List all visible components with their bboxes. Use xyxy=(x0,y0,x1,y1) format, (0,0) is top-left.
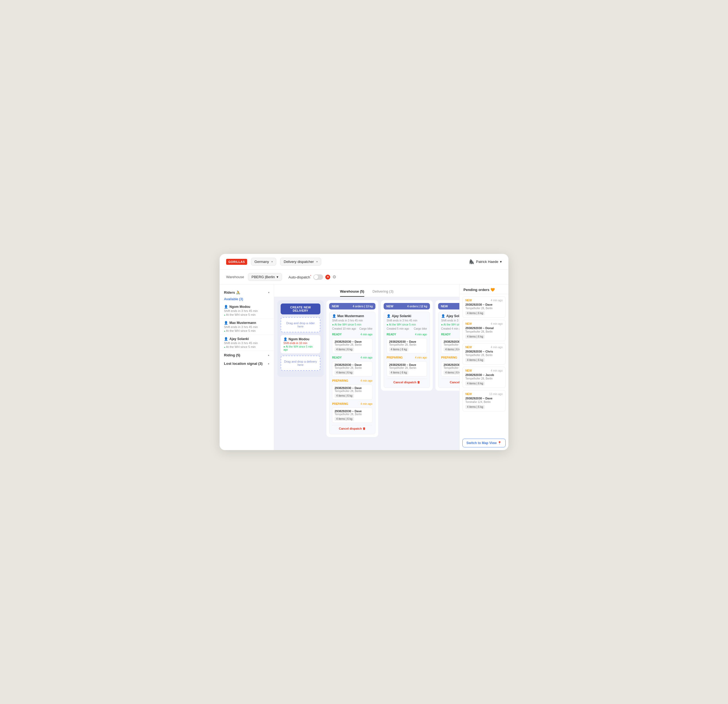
lost-signal-section[interactable]: Lost location signal (3) ▸ xyxy=(220,359,274,368)
order-addr-2-1: Tempelhofer 28, Berlin xyxy=(443,366,459,369)
pending-card-2[interactable]: NEW 4 min ago 2938292030 – Chris Tempelh… xyxy=(462,343,506,364)
gear-icon[interactable]: ⚙ xyxy=(332,274,336,279)
order-row-0-2[interactable]: 2938292030 – Dave Tempelhofer 28, Berlin… xyxy=(332,385,373,400)
main-layout: Riders 🚴 ▾ Available (3) 👤 Ngom Modou Sh… xyxy=(220,285,508,450)
status-badge-0-3: PREPARING xyxy=(332,402,348,406)
pending-order-id-3: 2938292030 – Jacob xyxy=(465,373,503,377)
warehouse-select[interactable]: PBERG |Berlin ▾ xyxy=(248,273,282,281)
sidebar: Riders 🚴 ▾ Available (3) 👤 Ngom Modou Sh… xyxy=(220,285,274,450)
auto-dispatch-toggle[interactable] xyxy=(313,274,323,280)
card-rider-name-1: 👤 Ajay Solanki xyxy=(387,314,427,318)
rider-item[interactable]: 👤 Ngom Modou Shift ends in 3 hrs 45 min … xyxy=(220,303,274,319)
available-label: Available (3) xyxy=(220,296,274,303)
order-row-0-0[interactable]: 2938292030 – Dave Tempelhofer 28, Berlin… xyxy=(332,338,373,353)
order-addr-1-0: Tempelhofer 28, Berlin xyxy=(389,343,425,346)
card-shift-0: Shift ends in 3 hrs 45 min xyxy=(332,319,373,322)
order-row-0-3[interactable]: 2938292030 – Dave Tempelhofer 28, Berlin… xyxy=(332,408,373,423)
tab-warehouse[interactable]: Warehouse (5) xyxy=(340,287,364,297)
order-addr-2-0: Tempelhofer 28, Berlin xyxy=(443,343,459,346)
cancel-dispatch-2[interactable]: Cancel dispatch xyxy=(441,379,459,386)
riding-section[interactable]: Riding (5) ▸ xyxy=(220,351,274,359)
rider-name-1: 👤 Max Mustermann xyxy=(224,321,269,325)
col-status-1: NEW xyxy=(386,305,393,308)
status-row-2-1: PREPARING 4 min ago xyxy=(441,356,459,360)
pending-time-4: 13 min ago xyxy=(489,393,503,396)
country-chevron-icon: ▾ xyxy=(272,260,273,263)
card-rider-icon-0: 👤 xyxy=(332,314,336,318)
rider-mini-name: 👤 Ngom Modou xyxy=(283,337,318,341)
pending-addr-3: Tempelhofer 28, Berlin xyxy=(465,377,503,380)
pending-order-id-2: 2938292030 – Chris xyxy=(465,350,503,353)
pending-card-header-3: NEW 4 min ago xyxy=(465,369,503,372)
order-tag-0-1: 4 items | 6 kg xyxy=(335,370,354,374)
pending-card-1[interactable]: NEW 4 min ago 2938292030 – Donal Tempelh… xyxy=(462,320,506,341)
order-row-2-1[interactable]: 2938292030 – Dave Tempelhofer 28, Berlin… xyxy=(441,361,459,377)
header: GORILLAS Germany ▾ Delivery dispatcher ▾… xyxy=(220,254,508,270)
pending-status-2: NEW xyxy=(465,346,472,349)
cancel-dispatch-0[interactable]: Cancel dispatch 🗑 xyxy=(332,425,373,432)
status-row-0-2: PREPARING 4 min ago xyxy=(332,379,373,383)
pending-header: Pending orders 🧡 xyxy=(459,285,508,294)
status-badge-0-1: READY xyxy=(332,356,342,360)
rider-icon-1: 👤 xyxy=(224,321,228,325)
cancel-dispatch-1[interactable]: Cancel dispatch 🗑 xyxy=(387,379,427,386)
pending-tag-2: 4 items | 6 kg xyxy=(465,358,485,362)
card-wh-2: ● At the WH since 5 min xyxy=(441,323,459,326)
order-row-1-0[interactable]: 2938292030 – Dave Tempelhofer 28, Berlin… xyxy=(387,338,427,353)
time-label-0-3: 4 min ago xyxy=(360,402,373,405)
rider-item[interactable]: 👤 Max Mustermann Shift ends in 3 hrs 45 … xyxy=(220,319,274,335)
order-tags-0-1: 4 items | 6 kg xyxy=(335,370,370,374)
order-addr-0-3: Tempelhofer 28, Berlin xyxy=(335,413,370,416)
card-wh-1: ● At the WH since 5 min xyxy=(387,323,427,326)
order-tags-0-3: 4 items | 6 kg xyxy=(335,417,370,421)
rider-shift-0: Shift ends in 3 hrs 45 min xyxy=(224,309,269,312)
pending-tag-0: 4 items | 6 kg xyxy=(465,311,485,315)
pending-card-4[interactable]: NEW 13 min ago 2938292030 – Dave Torstra… xyxy=(462,390,506,411)
pending-card-3[interactable]: NEW 4 min ago 2938292030 – Jacob Tempelh… xyxy=(462,367,506,388)
pending-tag-1: 4 items | 6 kg xyxy=(465,335,485,339)
order-row-0-1[interactable]: 2938292030 – Dave Tempelhofer 28, Berlin… xyxy=(332,361,373,377)
delivery-column-0: NEW 4 orders | 13 kg 👤 Max Mustermann Sh… xyxy=(326,300,378,437)
rider-item[interactable]: 👤 Ajay Solanki Shift ends in 3 hrs 45 mi… xyxy=(220,335,274,351)
user-info[interactable]: 🦍 Patrick Haede ▾ xyxy=(469,259,502,264)
order-tag-0-3: 4 items | 6 kg xyxy=(335,417,354,421)
rider-mini-shift: Shift ends in 10 min xyxy=(283,342,318,345)
order-row-2-0[interactable]: 2938292030 – Dave Tempelhofer 28, Berlin… xyxy=(441,338,459,353)
order-id-2-0: 2938292030 – Dave xyxy=(443,340,459,343)
create-new-delivery-button[interactable]: CREATE NEW DELIVERY xyxy=(281,304,321,314)
warehouse-value: PBERG |Berlin xyxy=(251,275,275,279)
rider-name-2: 👤 Ajay Solanki xyxy=(224,337,269,341)
card-meta-1: Created 5 min ago Cargo bike xyxy=(387,327,427,330)
switch-map-view-button[interactable]: Switch to Map View 📍 xyxy=(462,439,506,447)
rider-wh-2: ● At the WH since 5 min xyxy=(224,345,269,348)
drop-delivery-zone[interactable]: Drag and drop a delivery here xyxy=(281,356,321,371)
pending-order-id-4: 2938292030 – Dave xyxy=(465,397,503,400)
riders-section-header[interactable]: Riders 🚴 ▾ xyxy=(220,289,274,296)
order-addr-0-0: Tempelhofer 28, Berlin xyxy=(335,343,370,346)
pending-time-2: 4 min ago xyxy=(491,346,503,349)
role-chevron-icon: ▾ xyxy=(316,260,318,263)
close-button[interactable]: ✕ xyxy=(325,275,330,279)
logo: GORILLAS xyxy=(226,259,247,265)
rider-dot-2: ● xyxy=(224,346,225,348)
status-badge-1-1: PREPARING xyxy=(387,356,403,360)
tab-delivering[interactable]: Delivering (3) xyxy=(373,287,393,297)
time-label-1-0: 4 min ago xyxy=(415,333,427,336)
drop-rider-zone[interactable]: Drag and drop a rider here xyxy=(281,317,321,332)
order-row-1-1[interactable]: 2938292030 – Dave Tempelhofer 28, Berlin… xyxy=(387,361,427,377)
lost-signal-label: Lost location signal (3) xyxy=(224,361,263,366)
pending-time-0: 4 min ago xyxy=(491,299,503,302)
rider-wh-1: ● At the WH since 5 min xyxy=(224,329,269,332)
pending-card-0[interactable]: NEW 4 min ago 2938292030 – Dave Tempelho… xyxy=(462,296,506,318)
content-area: Warehouse (5) Delivering (3) CREATE NEW … xyxy=(274,285,459,450)
country-dropdown[interactable]: Germany ▾ xyxy=(251,258,276,266)
auto-dispatch-label: Auto-dispatch* xyxy=(289,275,311,279)
columns-area: CREATE NEW DELIVERY Drag and drop a ride… xyxy=(274,297,459,450)
role-dropdown[interactable]: Delivery dispatcher ▾ xyxy=(280,258,321,266)
col-badge-0: 4 orders | 13 kg xyxy=(353,305,373,308)
card-wh-0: ● At the WH since 5 min xyxy=(332,323,373,326)
auto-dispatch-section: Auto-dispatch* ✕ ⚙ xyxy=(289,274,336,280)
riders-chevron-icon: ▾ xyxy=(268,291,269,294)
rider-dot-1: ● xyxy=(224,330,225,332)
order-addr-1-1: Tempelhofer 28, Berlin xyxy=(389,366,425,369)
